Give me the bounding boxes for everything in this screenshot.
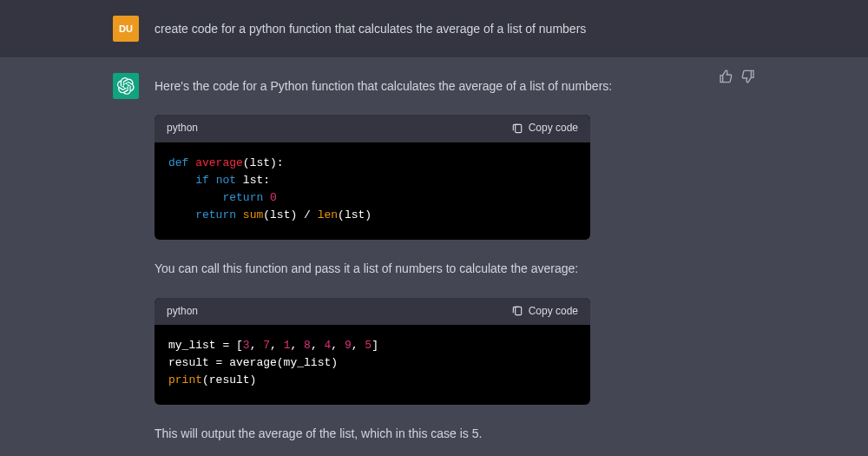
thumbs-up-icon [719, 69, 733, 83]
clipboard-icon [511, 305, 523, 317]
user-avatar: DU [113, 16, 139, 42]
code-block-2: python Copy code my_list = [3, 7, 1, 8, … [155, 298, 590, 406]
copy-code-label: Copy code [529, 120, 578, 136]
assistant-avatar [113, 73, 139, 99]
code-lang-label: python [167, 120, 198, 136]
openai-logo-icon [117, 77, 135, 95]
copy-code-button[interactable]: Copy code [511, 120, 578, 136]
code-header: python Copy code [155, 298, 590, 325]
code-block-1: python Copy code def average(lst): if no… [155, 115, 590, 240]
thumbs-down-icon [741, 69, 755, 83]
code-lang-label: python [167, 303, 198, 320]
copy-code-button[interactable]: Copy code [511, 303, 578, 320]
user-message-row: DU create code for a python function tha… [0, 0, 868, 57]
assistant-para-2: You can call this function and pass it a… [155, 259, 755, 278]
code-header: python Copy code [155, 115, 590, 142]
code-content-1: def average(lst): if not lst: return 0 r… [155, 142, 590, 241]
svg-rect-1 [515, 307, 521, 314]
clipboard-icon [511, 122, 523, 135]
copy-code-label: Copy code [529, 303, 578, 320]
thumbs-down-button[interactable] [741, 69, 755, 86]
thumbs-up-button[interactable] [719, 69, 733, 86]
svg-rect-0 [515, 124, 521, 132]
user-message-text: create code for a python function that c… [155, 16, 755, 42]
assistant-para-3: This will output the average of the list… [155, 424, 755, 443]
message-actions [719, 69, 755, 86]
assistant-intro-text: Here's the code for a Python function th… [155, 76, 755, 96]
assistant-message-row: Here's the code for a Python function th… [0, 57, 868, 456]
chat-area: DU create code for a python function tha… [0, 0, 868, 456]
code-content-2: my_list = [3, 7, 1, 8, 4, 9, 5] result =… [155, 325, 590, 405]
assistant-message-body: Here's the code for a Python function th… [155, 73, 755, 444]
